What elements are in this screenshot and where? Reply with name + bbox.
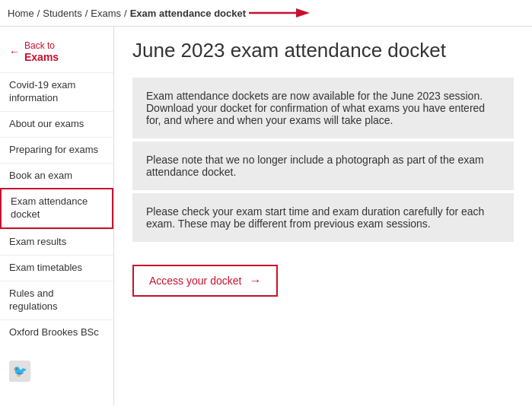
sidebar-item-attendance-docket-label: Exam attendance docket	[11, 195, 88, 220]
info-block-2: Please note that we no longer include a …	[132, 138, 514, 190]
access-docket-label: Access your docket	[149, 275, 241, 287]
breadcrumb-students[interactable]: Students	[43, 8, 81, 19]
twitter-bird-icon: 🐦	[13, 364, 27, 378]
sidebar-item-exam-results[interactable]: Exam results	[0, 229, 113, 255]
info-container: Exam attendance dockets are now availabl…	[132, 78, 514, 242]
sidebar-item-about-exams[interactable]: About our exams	[0, 111, 113, 137]
back-to-label: Back to	[24, 40, 59, 51]
twitter-icon[interactable]: 🐦	[9, 361, 30, 382]
page-title: June 2023 exam attendance docket	[132, 39, 514, 62]
svg-marker-1	[296, 8, 310, 17]
main-content: June 2023 exam attendance docket Exam at…	[114, 27, 532, 405]
sidebar-item-preparing-label: Preparing for exams	[9, 144, 98, 155]
sidebar-footer: 🐦	[0, 345, 113, 397]
breadcrumb-sep1: /	[37, 8, 40, 19]
access-docket-button[interactable]: Access your docket →	[132, 265, 278, 297]
sidebar-item-preparing[interactable]: Preparing for exams	[0, 137, 113, 163]
breadcrumb: Home / Students / Exams / Exam attendanc…	[0, 0, 532, 27]
info-text-1: Exam attendance dockets are now availabl…	[146, 90, 500, 126]
info-text-3: Please check your exam start time and ex…	[146, 205, 500, 230]
sidebar-item-exam-results-label: Exam results	[9, 236, 66, 247]
access-docket-arrow-icon: →	[249, 274, 261, 288]
sidebar-item-exam-timetables[interactable]: Exam timetables	[0, 255, 113, 281]
sidebar-item-rules[interactable]: Rules and regulations	[0, 281, 113, 319]
sidebar-item-attendance-docket[interactable]: Exam attendance docket	[0, 188, 113, 229]
layout: ← Back to Exams Covid-19 exam informatio…	[0, 27, 532, 405]
breadcrumb-arrow-icon	[249, 6, 310, 20]
sidebar-item-covid19-label: Covid-19 exam information	[9, 79, 75, 103]
sidebar-item-about-exams-label: About our exams	[9, 118, 84, 129]
breadcrumb-home[interactable]: Home	[8, 8, 34, 19]
info-inner: Exam attendance dockets are now availabl…	[132, 78, 514, 242]
sidebar-item-covid19[interactable]: Covid-19 exam information	[0, 72, 113, 111]
info-block-3: Please check your exam start time and ex…	[132, 190, 514, 242]
sidebar-item-book-exam-label: Book an exam	[9, 170, 72, 181]
back-arrow-icon: ←	[9, 46, 20, 58]
breadcrumb-exams[interactable]: Exams	[91, 8, 121, 19]
sidebar-item-oxford-brookes[interactable]: Oxford Brookes BSc	[0, 319, 113, 345]
back-exams-label: Exams	[24, 51, 59, 63]
breadcrumb-sep2: /	[85, 8, 88, 19]
breadcrumb-sep3: /	[124, 8, 127, 19]
info-text-2: Please note that we no longer include a …	[146, 154, 500, 178]
sidebar-item-book-exam[interactable]: Book an exam	[0, 163, 113, 189]
breadcrumb-current: Exam attendance docket	[130, 8, 246, 19]
sidebar-item-rules-label: Rules and regulations	[9, 288, 58, 312]
back-to-exams-link[interactable]: ← Back to Exams	[0, 34, 113, 72]
back-link-text: Back to Exams	[24, 40, 59, 63]
info-block-1: Exam attendance dockets are now availabl…	[132, 78, 514, 138]
sidebar: ← Back to Exams Covid-19 exam informatio…	[0, 27, 114, 405]
sidebar-item-exam-timetables-label: Exam timetables	[9, 262, 82, 273]
sidebar-item-oxford-brookes-label: Oxford Brookes BSc	[9, 326, 99, 338]
